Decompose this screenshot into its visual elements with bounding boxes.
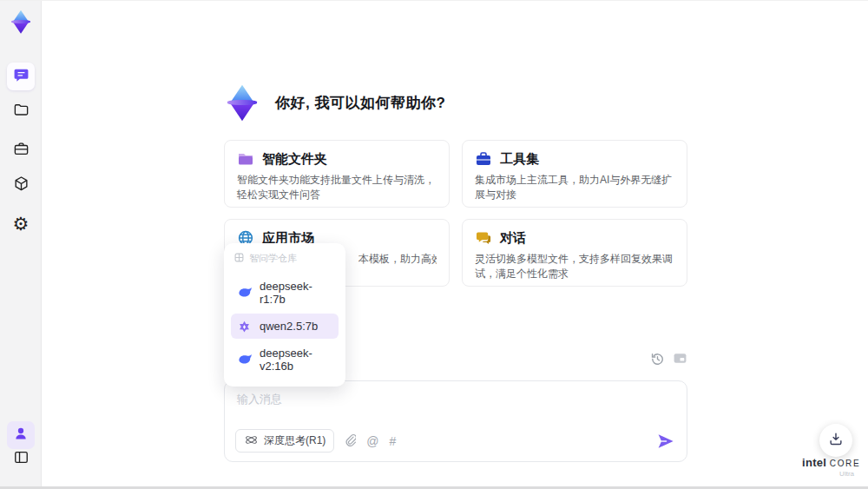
greeting: 你好, 我可以如何帮助你? <box>222 83 445 122</box>
ultra-label: Ultra <box>802 470 858 478</box>
download-button[interactable] <box>819 424 852 457</box>
card-desc: 集成市场上主流工具，助力AI与外界无缝扩展与对接 <box>475 173 674 202</box>
smart-folder-icon <box>237 150 254 168</box>
card-desc: 智能文件夹功能支持批量文件上传与清洗，轻松实现文件问答 <box>237 173 437 202</box>
app-logo-icon <box>8 9 34 35</box>
deep-think-toggle[interactable]: 深度思考(R1) <box>235 429 334 453</box>
sidebar-item-chat[interactable] <box>7 63 35 90</box>
deepseek-icon <box>238 287 253 299</box>
repo-icon <box>234 253 244 264</box>
model-option-deepseek-v2[interactable]: deepseek-v2:16b <box>231 340 339 379</box>
dialogue-icon <box>475 229 492 247</box>
intel-wordmark: intel <box>802 456 826 469</box>
model-option-label: deepseek-r1:7b <box>260 280 332 306</box>
model-option-label: qwen2.5:7b <box>260 320 318 333</box>
sidebar-item-toolbox[interactable] <box>7 136 35 164</box>
card-title: 工具集 <box>500 151 539 168</box>
model-dropdown: 智问学仓库 deepseek-r1:7b qwen2.5:7b deepseek… <box>224 243 345 387</box>
card-smart-folder[interactable]: 智能文件夹 智能文件夹功能支持批量文件上传与清洗，轻松实现文件问答 <box>224 140 450 208</box>
user-icon <box>13 426 29 445</box>
chat-input-box: 深度思考(R1) @ # <box>224 380 687 462</box>
chat-icon <box>13 67 30 87</box>
repo-label: 智问学仓库 <box>249 252 297 265</box>
message-input[interactable] <box>225 381 687 426</box>
atom-icon <box>244 435 259 447</box>
sidebar: ⚙ <box>0 1 42 486</box>
qwen-icon <box>238 320 253 333</box>
history-icon[interactable] <box>650 352 665 367</box>
card-toolset[interactable]: 工具集 集成市场上主流工具，助力AI与外界无缝扩展与对接 <box>462 140 687 208</box>
greeting-title: 你好, 我可以如何帮助你? <box>275 93 445 113</box>
app-window: ⚙ 你好, 我可以如何帮助你? 智能文件夹 智 <box>0 0 868 489</box>
deep-think-label: 深度思考(R1) <box>264 433 326 448</box>
hash-icon[interactable]: # <box>390 435 397 447</box>
assistant-logo-icon <box>222 83 262 122</box>
core-wordmark: core <box>830 459 860 468</box>
input-actions: 深度思考(R1) @ # <box>235 429 674 453</box>
card-title: 对话 <box>500 230 526 247</box>
send-icon[interactable] <box>657 433 674 449</box>
mini-window-icon[interactable] <box>673 352 687 367</box>
folder-icon <box>13 102 30 122</box>
model-option-label: deepseek-v2:16b <box>260 347 332 373</box>
paperclip-icon[interactable] <box>345 433 356 448</box>
sidebar-item-folders[interactable] <box>7 97 35 125</box>
sidebar-item-models[interactable] <box>7 171 35 199</box>
toolset-icon <box>475 150 492 168</box>
briefcase-icon <box>13 141 30 161</box>
deepseek-icon <box>238 354 253 366</box>
sidebar-item-collapse[interactable] <box>7 445 35 472</box>
cube-icon <box>13 175 30 195</box>
card-dialogue[interactable]: 对话 灵活切换多模型文件，支持多样回复效果调试，满足个性化需求 <box>462 219 687 287</box>
intel-core-badge: intel core Ultra <box>802 456 858 478</box>
card-title: 智能文件夹 <box>262 151 327 168</box>
sidebar-item-settings[interactable]: ⚙ <box>7 209 35 237</box>
card-desc: 灵活切换多模型文件，支持多样回复效果调试，满足个性化需求 <box>475 252 674 281</box>
gear-icon: ⚙ <box>13 215 30 233</box>
model-option-deepseek-r1[interactable]: deepseek-r1:7b <box>231 274 339 312</box>
model-option-qwen[interactable]: qwen2.5:7b <box>231 314 339 339</box>
mention-icon[interactable]: @ <box>366 435 378 447</box>
model-repo-header: 智问学仓库 <box>231 249 339 272</box>
download-icon <box>828 431 844 450</box>
panel-icon <box>13 449 30 469</box>
